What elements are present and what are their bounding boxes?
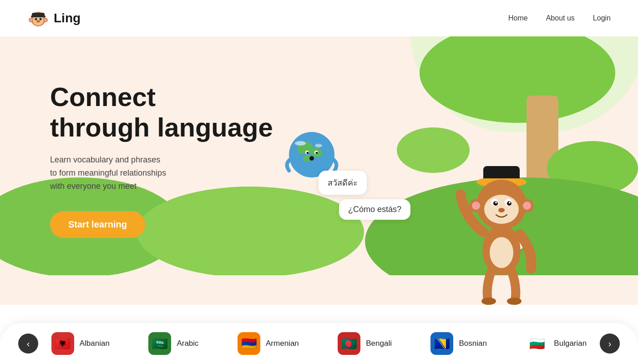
language-name: Bosnian	[459, 339, 486, 348]
nav-login[interactable]: Login	[593, 14, 611, 22]
svg-point-9	[44, 19, 47, 21]
svg-point-43	[507, 298, 522, 305]
language-flag: 🇦🇲	[238, 332, 260, 355]
language-carousel: ‹ 🇦🇱Albanian🇸🇦Arabic🇦🇲Armenian🇧🇩Bengali🇧…	[0, 323, 638, 364]
svg-point-11	[37, 21, 38, 22]
language-name: Bengali	[366, 339, 392, 348]
language-flag: 🇧🇬	[526, 332, 548, 355]
bubble-spanish: ¿Cómo estás?	[339, 199, 410, 220]
hero-content: Connect through language Learn vocabular…	[50, 82, 273, 238]
svg-point-35	[498, 208, 505, 212]
language-flag: 🇦🇱	[51, 332, 74, 355]
svg-point-39	[523, 202, 531, 210]
bubble-thai: สวัสดีค่ะ	[319, 171, 367, 195]
language-item[interactable]: 🇧🇬Bulgarian	[526, 332, 587, 355]
svg-point-12	[39, 21, 40, 22]
svg-point-21	[307, 152, 309, 154]
language-flag: 🇸🇦	[148, 332, 171, 355]
language-name: Albanian	[80, 339, 110, 348]
svg-point-41	[490, 237, 513, 268]
svg-point-33	[495, 202, 497, 203]
header: Ling Home About us Login	[0, 0, 638, 36]
nav-home[interactable]: Home	[508, 14, 528, 22]
svg-point-23	[309, 156, 314, 161]
language-name: Armenian	[266, 339, 299, 348]
nav-about[interactable]: About us	[546, 14, 575, 22]
svg-rect-3	[31, 15, 46, 17]
logo-text: Ling	[54, 11, 81, 25]
svg-point-34	[509, 202, 511, 203]
language-item[interactable]: 🇧🇩Bengali	[338, 332, 392, 355]
language-item[interactable]: 🇦🇱Albanian	[51, 332, 110, 355]
monkey-character	[456, 159, 547, 296]
svg-point-18	[315, 144, 322, 147]
language-flag: 🇧🇩	[338, 332, 360, 355]
logo-icon	[27, 7, 49, 29]
start-learning-button[interactable]: Start learning	[50, 211, 145, 238]
hero-section: Connect through language Learn vocabular…	[0, 36, 638, 305]
svg-point-37	[472, 202, 480, 210]
language-name: Bulgarian	[554, 339, 587, 348]
logo-area: Ling	[27, 7, 81, 29]
svg-point-42	[481, 298, 496, 305]
carousel-inner: 🇦🇱Albanian🇸🇦Arabic🇦🇲Armenian🇧🇩Bengali🇧🇦B…	[46, 332, 592, 355]
language-item[interactable]: 🇧🇦Bosnian	[430, 332, 486, 355]
svg-point-4	[35, 18, 37, 20]
carousel-next-button[interactable]: ›	[600, 334, 620, 354]
svg-point-5	[40, 18, 42, 20]
svg-point-7	[30, 19, 32, 21]
hero-title: Connect through language	[50, 82, 273, 142]
svg-point-22	[316, 152, 318, 154]
carousel-prev-button[interactable]: ‹	[18, 334, 38, 354]
language-item[interactable]: 🇸🇦Arabic	[148, 332, 198, 355]
language-flag: 🇧🇦	[430, 332, 453, 355]
svg-point-17	[295, 141, 306, 146]
language-name: Arabic	[177, 339, 198, 348]
main-nav: Home About us Login	[508, 14, 611, 22]
hero-subtitle: Learn vocabulary and phrases to form mea…	[50, 153, 273, 192]
svg-point-10	[36, 20, 40, 23]
language-item[interactable]: 🇦🇲Armenian	[238, 332, 299, 355]
